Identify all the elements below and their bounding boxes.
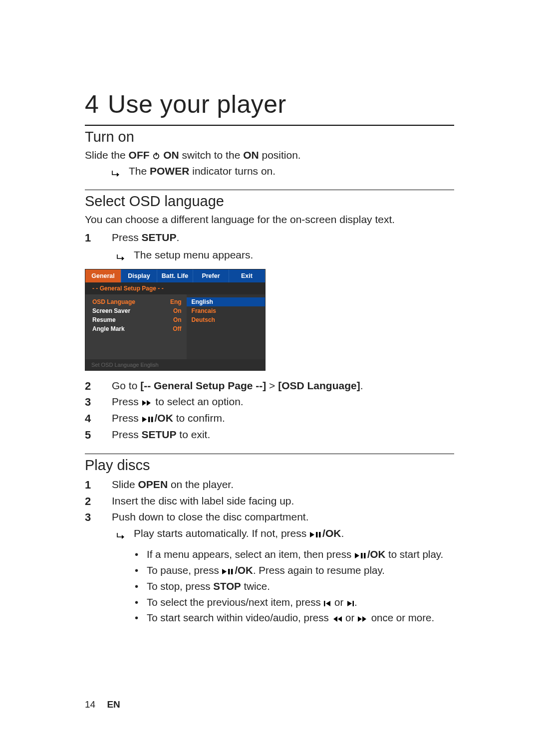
result-arrow-icon <box>117 527 126 543</box>
osd-lang-deutsch: Deutsch <box>192 315 260 324</box>
svg-rect-2 <box>148 417 150 422</box>
osd-right-panel: English Francais Deutsch <box>187 294 265 359</box>
play-pause-icon <box>222 568 235 575</box>
chapter-title-text: Use your player <box>108 90 286 118</box>
osd-row-screen-saver: Screen SaverOn <box>92 306 182 315</box>
osd-step1-result: The setup menu appears. <box>112 248 454 262</box>
osd-steps-cont: 2 Go to [-- General Setup Page --] > [OS… <box>85 378 454 443</box>
svg-rect-4 <box>316 532 318 537</box>
play-step3-result: Play starts automatically. If not, press… <box>112 525 454 542</box>
manual-page: 4Use your player Turn on Slide the OFF O… <box>0 0 539 756</box>
page-footer: 14 EN <box>85 699 120 710</box>
osd-lang-francais: Francais <box>192 306 260 315</box>
divider <box>85 190 454 190</box>
result-arrow-icon <box>117 250 126 263</box>
play-bullets: If a menu appears, select an item, then … <box>135 546 454 626</box>
play-steps: 1 Slide OPEN on the player. 2Insert the … <box>85 477 454 541</box>
osd-step-5: 5 Press SETUP to exit. <box>85 427 454 443</box>
play-step-3: 3Push down to close the disc compartment… <box>85 509 454 541</box>
osd-step-4: 4 Press /OK to confirm. <box>85 410 454 427</box>
divider <box>85 454 454 454</box>
play-bullet-5: To start search within video/audio, pres… <box>135 610 454 626</box>
previous-track-icon <box>323 600 331 607</box>
osd-row-angle-mark: Angle MarkOff <box>92 324 182 333</box>
osd-tab-exit: Exit <box>229 269 265 282</box>
osd-tabs: General Display Batt. Life Prefer Exit <box>85 269 265 282</box>
divider <box>85 125 454 126</box>
section-title-turn-on: Turn on <box>85 129 454 145</box>
osd-step-3: 3 Press to select an option. <box>85 394 454 410</box>
osd-tab-display: Display <box>121 269 157 282</box>
play-pause-icon <box>309 531 322 538</box>
svg-rect-8 <box>228 569 230 574</box>
play-step-1: 1 Slide OPEN on the player. <box>85 477 454 493</box>
rewind-icon <box>331 616 342 622</box>
osd-left-panel: OSD LanguageEng Screen SaverOn ResumeOn … <box>85 294 187 359</box>
svg-rect-9 <box>231 569 233 574</box>
chapter-number: 4 <box>85 90 108 119</box>
play-step-2: 2Insert the disc with label side facing … <box>85 493 454 509</box>
osd-step-1: 1 Press SETUP. The setup menu appears. <box>85 230 454 262</box>
play-bullet-1: If a menu appears, select an item, then … <box>135 546 454 562</box>
svg-rect-10 <box>324 601 325 606</box>
next-track-icon <box>346 600 354 607</box>
section-title-osd: Select OSD language <box>85 193 454 210</box>
fast-forward-icon <box>357 616 368 622</box>
osd-menu-screenshot: General Display Batt. Life Prefer Exit -… <box>85 269 266 371</box>
result-arrow-icon <box>112 166 121 180</box>
osd-tab-battlife: Batt. Life <box>157 269 193 282</box>
svg-rect-7 <box>364 553 366 558</box>
osd-row-osd-language: OSD LanguageEng <box>92 297 182 306</box>
power-icon <box>152 152 160 160</box>
play-bullet-2: To pause, press /OK. Press again to resu… <box>135 562 454 578</box>
svg-rect-6 <box>361 553 363 558</box>
play-pause-icon <box>354 552 367 559</box>
play-pause-icon <box>142 416 155 423</box>
footer-lang: EN <box>107 699 120 710</box>
osd-tab-general: General <box>85 269 121 282</box>
osd-hint: Set OSD Language English <box>85 359 265 370</box>
svg-rect-3 <box>151 417 153 422</box>
osd-lang-english: English <box>187 297 265 306</box>
section-title-play-discs: Play discs <box>85 457 454 474</box>
svg-rect-5 <box>319 532 321 537</box>
turn-on-line: Slide the OFF ON switch to the ON positi… <box>85 148 454 162</box>
osd-row-resume: ResumeOn <box>92 315 182 324</box>
play-bullet-4: To select the previous/next item, press … <box>135 594 454 610</box>
play-bullet-3: To stop, press STOP twice. <box>135 578 454 594</box>
chapter-title: 4Use your player <box>85 90 454 119</box>
osd-tab-prefer: Prefer <box>193 269 229 282</box>
turn-on-result: The POWER indicator turns on. <box>85 164 454 178</box>
svg-rect-11 <box>353 601 354 606</box>
osd-intro: You can choose a different language for … <box>85 213 454 227</box>
osd-subhead: - - General Setup Page - - <box>85 282 265 294</box>
page-number: 14 <box>85 699 95 710</box>
osd-step-2: 2 Go to [-- General Setup Page --] > [OS… <box>85 378 454 394</box>
osd-steps: 1 Press SETUP. The setup menu appears. <box>85 230 454 262</box>
fast-forward-icon <box>142 400 153 406</box>
